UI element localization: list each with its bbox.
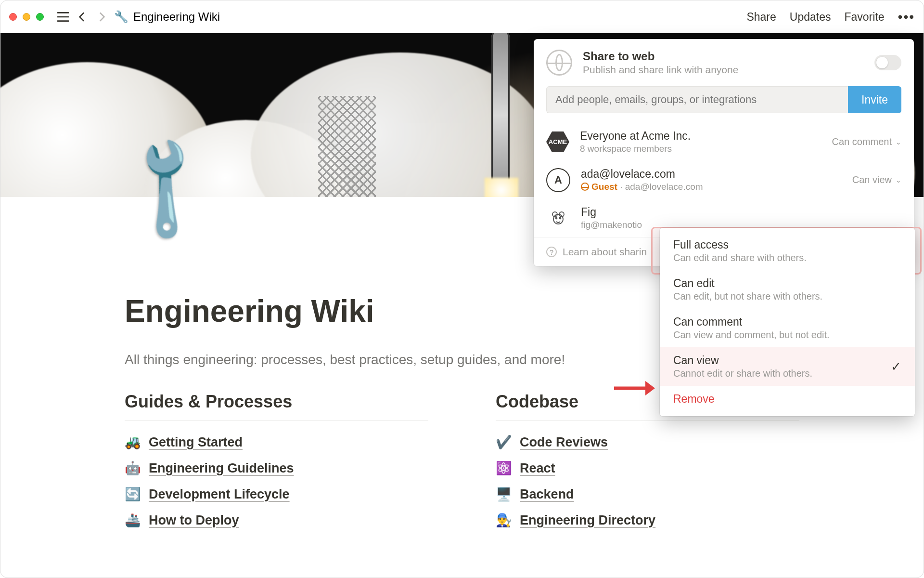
list-item[interactable]: 👨‍🔧Engineering Directory <box>496 512 799 528</box>
list-item[interactable]: 🚢How to Deploy <box>125 512 428 528</box>
permission-menu: Full access Can edit and share with othe… <box>660 228 915 416</box>
list-item[interactable]: ⚛️React <box>496 460 799 476</box>
fig-avatar <box>546 206 570 230</box>
close-window-button[interactable] <box>9 13 17 21</box>
guest-badge: Guest <box>591 182 617 192</box>
link-label: How to Deploy <box>149 513 239 528</box>
list-item[interactable]: 🖥️Backend <box>496 486 799 502</box>
person-meta: 8 workspace members <box>580 144 691 154</box>
forward-button[interactable] <box>92 7 111 26</box>
list-item[interactable]: 🔄Development Lifecycle <box>125 486 428 502</box>
acme-avatar: ACME <box>546 131 569 154</box>
menu-icon[interactable] <box>53 7 73 26</box>
desktop-icon: 🖥️ <box>496 486 512 502</box>
globe-icon <box>546 50 572 76</box>
permission-option-can-view[interactable]: Can view Cannot edit or share with other… <box>660 347 915 386</box>
permission-option-remove[interactable]: Remove <box>660 386 915 412</box>
list-item[interactable]: 🤖Engineering Guidelines <box>125 460 428 476</box>
permission-option-can-comment[interactable]: Can comment Can view and comment, but no… <box>660 309 915 347</box>
robot-icon: 🤖 <box>125 460 141 476</box>
tractor-icon: 🚜 <box>125 434 141 450</box>
react-icon: ⚛️ <box>496 460 512 476</box>
guides-heading: Guides & Processes <box>125 392 428 421</box>
person-name: Fig <box>581 206 642 219</box>
list-item[interactable]: ✔️Code Reviews <box>496 434 799 450</box>
chevron-down-icon: ⌄ <box>896 138 901 146</box>
share-to-web-title: Share to web <box>583 50 738 63</box>
updates-button[interactable]: Updates <box>790 11 831 24</box>
share-person-row: ACME Everyone at Acme Inc. 8 workspace m… <box>534 123 914 161</box>
share-person-row: A ada@lovelace.com Guest · ada@lovelace.… <box>534 161 914 199</box>
guest-globe-icon <box>581 183 589 191</box>
footer-text: Learn about sharin <box>563 246 647 258</box>
wrench-icon: 🔧 <box>114 10 128 24</box>
person-name: ada@lovelace.com <box>581 168 703 181</box>
invite-input[interactable] <box>546 86 848 113</box>
link-label: Development Lifecycle <box>149 487 290 502</box>
window-controls <box>9 13 44 21</box>
engineer-icon: 👨‍🔧 <box>496 512 512 528</box>
permission-label: Can view <box>852 174 892 185</box>
minimize-window-button[interactable] <box>23 13 30 21</box>
permission-option-full-access[interactable]: Full access Can edit and share with othe… <box>660 232 915 270</box>
person-meta: Guest · ada@lovelace.com <box>581 182 703 192</box>
permission-label: Can comment <box>832 136 892 147</box>
svg-point-6 <box>556 217 557 219</box>
permission-dropdown[interactable]: Can comment ⌄ <box>832 136 902 147</box>
check-icon: ✓ <box>891 359 901 374</box>
annotation-arrow <box>612 376 655 402</box>
help-icon: ? <box>546 247 557 257</box>
link-label: Engineering Guidelines <box>149 461 294 476</box>
link-label: Engineering Directory <box>520 513 655 528</box>
topbar: 🔧 Engineering Wiki Share Updates Favorit… <box>0 0 924 33</box>
permission-dropdown[interactable]: Can view ⌄ <box>852 174 901 185</box>
link-label: Backend <box>520 487 574 502</box>
link-label: Code Reviews <box>520 435 608 450</box>
link-label: Getting Started <box>149 435 243 450</box>
svg-marker-9 <box>645 381 655 395</box>
back-button[interactable] <box>73 7 92 26</box>
share-button[interactable]: Share <box>746 11 776 24</box>
check-icon: ✔️ <box>496 434 512 450</box>
svg-point-7 <box>560 217 561 219</box>
guides-column: Guides & Processes 🚜Getting Started 🤖Eng… <box>125 392 428 539</box>
maximize-window-button[interactable] <box>36 13 44 21</box>
favorite-button[interactable]: Favorite <box>844 11 884 24</box>
breadcrumb-title: Engineering Wiki <box>133 10 220 24</box>
share-to-web-subtitle: Publish and share link with anyone <box>583 64 738 76</box>
invite-button[interactable]: Invite <box>848 86 901 113</box>
cycle-icon: 🔄 <box>125 486 141 502</box>
link-label: React <box>520 461 555 476</box>
chevron-down-icon: ⌄ <box>896 176 901 184</box>
permission-option-can-edit[interactable]: Can edit Can edit, but not share with ot… <box>660 270 915 309</box>
ada-avatar: A <box>546 168 570 192</box>
list-item[interactable]: 🚜Getting Started <box>125 434 428 450</box>
person-meta: fig@makenotio <box>581 220 642 230</box>
breadcrumb[interactable]: 🔧 Engineering Wiki <box>114 10 220 24</box>
more-icon[interactable]: ••• <box>898 9 915 25</box>
share-to-web-toggle[interactable] <box>874 55 901 70</box>
ship-icon: 🚢 <box>125 512 141 528</box>
person-name: Everyone at Acme Inc. <box>580 130 691 143</box>
topbar-right: Share Updates Favorite ••• <box>746 9 915 25</box>
